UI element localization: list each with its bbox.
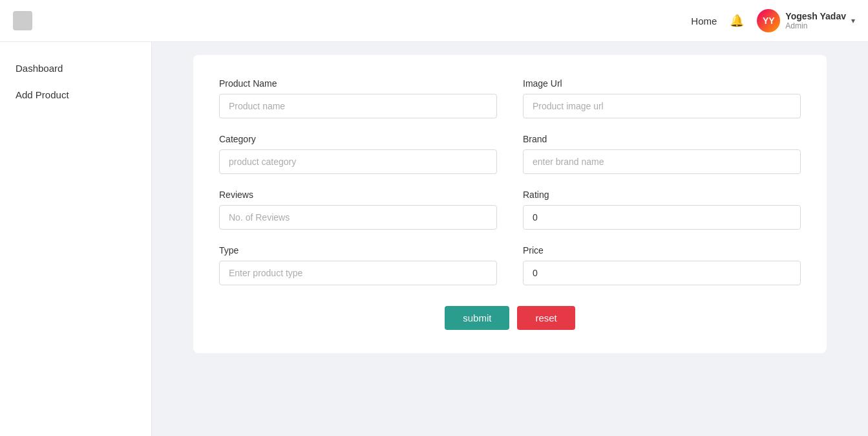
- image-url-input[interactable]: [523, 94, 801, 118]
- form-grid: Product Name Image Url Category Brand: [219, 78, 801, 285]
- user-role: Admin: [785, 21, 846, 30]
- category-input[interactable]: [219, 149, 497, 174]
- product-name-label: Product Name: [219, 78, 497, 89]
- rating-input[interactable]: [523, 205, 801, 230]
- rating-group: Rating: [523, 190, 801, 230]
- avatar: YY: [757, 9, 780, 32]
- form-card: Product Name Image Url Category Brand: [193, 55, 827, 353]
- category-label: Category: [219, 134, 497, 144]
- category-group: Category: [219, 134, 497, 174]
- brand-group: Brand: [523, 134, 801, 174]
- type-label: Type: [219, 245, 497, 256]
- product-name-input[interactable]: [219, 94, 497, 118]
- reviews-input[interactable]: [219, 205, 497, 230]
- image-url-group: Image Url: [523, 78, 801, 118]
- type-group: Type: [219, 245, 497, 285]
- type-input[interactable]: [219, 261, 497, 285]
- reviews-group: Reviews: [219, 190, 497, 230]
- rating-label: Rating: [523, 190, 801, 200]
- sidebar-item-dashboard[interactable]: Dashboard: [0, 55, 151, 82]
- price-label: Price: [523, 245, 801, 256]
- buttons-row: submit reset: [219, 306, 801, 330]
- reset-button[interactable]: reset: [517, 306, 575, 330]
- home-link[interactable]: Home: [691, 16, 717, 27]
- user-info: Yogesh Yadav Admin: [785, 11, 846, 30]
- reviews-label: Reviews: [219, 190, 497, 200]
- image-url-label: Image Url: [523, 78, 801, 89]
- username: Yogesh Yadav: [785, 11, 846, 21]
- chevron-down-icon: ▾: [851, 16, 855, 25]
- product-name-group: Product Name: [219, 78, 497, 118]
- layout: Dashboard Add Product Product Name Image…: [0, 42, 868, 436]
- navbar-logo: [13, 11, 32, 30]
- bell-icon[interactable]: 🔔: [730, 14, 744, 28]
- main-content: Product Name Image Url Category Brand: [152, 42, 868, 436]
- navbar-right: Home 🔔 YY Yogesh Yadav Admin ▾: [691, 9, 855, 32]
- submit-button[interactable]: submit: [445, 306, 509, 330]
- sidebar-item-add-product[interactable]: Add Product: [0, 82, 151, 108]
- navbar: Home 🔔 YY Yogesh Yadav Admin ▾: [0, 0, 868, 42]
- price-group: Price: [523, 245, 801, 285]
- user-menu[interactable]: YY Yogesh Yadav Admin ▾: [757, 9, 855, 32]
- brand-label: Brand: [523, 134, 801, 144]
- sidebar: Dashboard Add Product: [0, 42, 152, 436]
- price-input[interactable]: [523, 261, 801, 285]
- brand-input[interactable]: [523, 149, 801, 174]
